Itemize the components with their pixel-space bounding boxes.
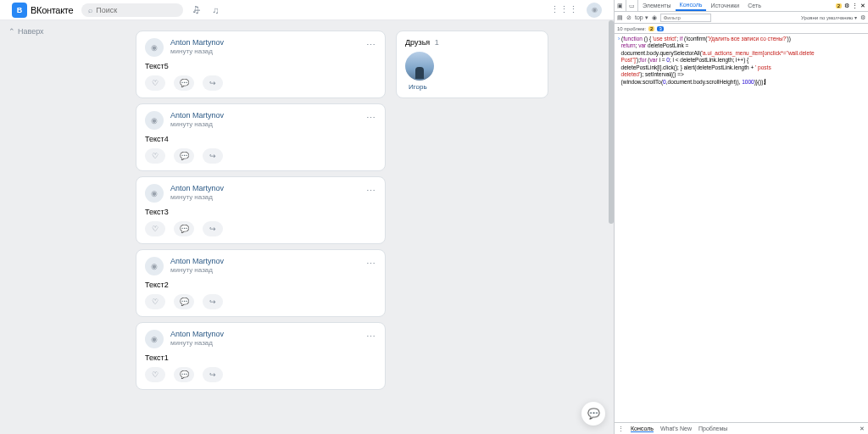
- friends-count: 1: [435, 38, 439, 47]
- post-avatar[interactable]: ◉: [145, 330, 164, 348]
- vk-header: В ВКонтакте ⌕ ♫̶ ♫ ⋮⋮⋮ ◉: [0, 0, 614, 20]
- services-grid-icon[interactable]: ⋮⋮⋮: [550, 4, 578, 15]
- drawer-close-icon[interactable]: ✕: [860, 426, 865, 432]
- post-author[interactable]: Anton Martynov: [170, 111, 224, 120]
- comment-button[interactable]: 💬: [174, 75, 194, 91]
- devtools-panel: ▣ ▭ Элементы Консоль Источники Сеть 2 ⚙ …: [614, 0, 868, 434]
- share-button[interactable]: ↪: [203, 294, 223, 309]
- user-avatar[interactable]: ◉: [587, 3, 602, 18]
- context-select[interactable]: top ▾: [635, 14, 648, 21]
- tab-network[interactable]: Сеть: [743, 0, 765, 11]
- post-more-icon[interactable]: ⋯: [366, 40, 376, 51]
- comment-button[interactable]: 💬: [174, 367, 194, 382]
- friend-avatar: [405, 52, 434, 81]
- music-icon[interactable]: ♫: [212, 5, 219, 15]
- like-button[interactable]: ♡: [145, 221, 165, 236]
- wall-feed: ◉ Anton Martynov минуту назад ⋯ Текст5 ♡…: [136, 31, 386, 390]
- share-button[interactable]: ↪: [203, 221, 223, 236]
- settings-icon[interactable]: ⚙: [844, 3, 849, 9]
- wall-post: ◉ Anton Martynov минуту назад ⋯ Текст5 ♡…: [136, 31, 386, 98]
- search-icon: ⌕: [88, 6, 92, 14]
- post-text: Текст2: [145, 281, 376, 289]
- friends-block: Друзья 1 Игорь: [396, 31, 548, 98]
- more-icon[interactable]: ⋮: [852, 3, 858, 9]
- post-avatar[interactable]: ◉: [145, 111, 164, 130]
- search-box[interactable]: ⌕: [81, 3, 183, 17]
- drawer-more-icon[interactable]: ⋮: [618, 426, 624, 432]
- friend-name: Игорь: [409, 83, 427, 91]
- clear-icon[interactable]: ⊘: [626, 14, 632, 21]
- post-author[interactable]: Anton Martynov: [170, 38, 224, 47]
- post-author[interactable]: Anton Martynov: [170, 184, 224, 192]
- vk-logo[interactable]: В ВКонтакте: [12, 3, 73, 18]
- share-button[interactable]: ↪: [203, 367, 223, 382]
- post-avatar[interactable]: ◉: [145, 257, 164, 275]
- post-text: Текст1: [145, 353, 376, 362]
- post-text: Текст4: [145, 135, 376, 143]
- tab-console[interactable]: Консоль: [676, 0, 707, 11]
- filter-input[interactable]: [660, 14, 711, 22]
- post-more-icon[interactable]: ⋯: [366, 113, 376, 124]
- drawer-tab-issues[interactable]: Проблемы: [698, 426, 727, 431]
- sidebar-toggle-icon[interactable]: ▤: [617, 14, 623, 21]
- device-icon[interactable]: ▭: [626, 0, 638, 11]
- tab-elements[interactable]: Элементы: [638, 0, 676, 11]
- devtools-drawer: ⋮ Консоль What's New Проблемы ✕: [615, 422, 868, 434]
- close-icon[interactable]: ✕: [860, 3, 865, 9]
- scrollbar[interactable]: [609, 20, 614, 224]
- comment-button[interactable]: 💬: [174, 148, 194, 164]
- notifications-icon[interactable]: ♫̶: [192, 4, 200, 15]
- chat-button[interactable]: 💬: [581, 402, 605, 426]
- post-time: минуту назад: [170, 120, 224, 128]
- post-author[interactable]: Anton Martynov: [170, 330, 224, 338]
- settings-icon[interactable]: ⚙: [860, 14, 865, 21]
- tab-sources[interactable]: Источники: [706, 0, 743, 11]
- friend-item[interactable]: Игорь: [405, 52, 539, 91]
- warning-badge[interactable]: 2: [836, 3, 842, 8]
- wall-post: ◉ Anton Martynov минуту назад ⋯ Текст3 ♡…: [136, 176, 386, 244]
- console-toolbar: ▤ ⊘ top ▾ ◉ Уровни по умолчанию ▾ ⚙: [615, 12, 868, 24]
- post-text: Текст3: [145, 208, 376, 216]
- comment-button[interactable]: 💬: [174, 294, 194, 309]
- like-button[interactable]: ♡: [145, 294, 165, 309]
- post-more-icon[interactable]: ⋯: [366, 186, 376, 197]
- post-time: минуту назад: [170, 339, 224, 347]
- post-time: минуту назад: [170, 266, 224, 274]
- back-to-top[interactable]: ⌃ Наверх: [8, 27, 44, 36]
- wall-post: ◉ Anton Martynov минуту назад ⋯ Текст2 ♡…: [136, 249, 386, 317]
- wall-post: ◉ Anton Martynov минуту назад ⋯ Текст1 ♡…: [136, 322, 386, 390]
- drawer-tab-whatsnew[interactable]: What's New: [660, 426, 692, 431]
- search-input[interactable]: [96, 6, 164, 14]
- issues-bar[interactable]: 10 проблем: 2 3: [615, 24, 868, 34]
- post-time: минуту назад: [170, 47, 224, 55]
- post-text: Текст5: [145, 62, 376, 70]
- vk-logo-icon: В: [12, 3, 27, 18]
- share-button[interactable]: ↪: [203, 75, 223, 91]
- like-button[interactable]: ♡: [145, 367, 165, 382]
- post-time: минуту назад: [170, 193, 224, 201]
- devtools-tabs: ▣ ▭ Элементы Консоль Источники Сеть 2 ⚙ …: [615, 0, 868, 12]
- post-author[interactable]: Anton Martynov: [170, 257, 224, 265]
- vk-page: В ВКонтакте ⌕ ♫̶ ♫ ⋮⋮⋮ ◉ ⌃ Наверх: [0, 0, 614, 434]
- console-body[interactable]: › (function () { 'use strict'; if (!conf…: [615, 34, 868, 422]
- issues-label: 10 проблем:: [617, 26, 646, 31]
- post-avatar[interactable]: ◉: [145, 38, 164, 57]
- post-avatar[interactable]: ◉: [145, 184, 164, 203]
- drawer-tab-console[interactable]: Консоль: [631, 426, 654, 432]
- post-more-icon[interactable]: ⋯: [366, 331, 376, 342]
- issues-yellow: 2: [648, 26, 654, 31]
- share-button[interactable]: ↪: [203, 148, 223, 164]
- like-button[interactable]: ♡: [145, 75, 165, 91]
- wall-post: ◉ Anton Martynov минуту назад ⋯ Текст4 ♡…: [136, 103, 386, 171]
- friends-title: Друзья 1: [405, 38, 539, 47]
- post-more-icon[interactable]: ⋯: [366, 259, 376, 270]
- back-label: Наверх: [18, 27, 44, 36]
- log-levels[interactable]: Уровни по умолчанию ▾: [801, 14, 857, 20]
- issues-blue: 3: [657, 26, 663, 31]
- comment-button[interactable]: 💬: [174, 221, 194, 236]
- live-icon[interactable]: ◉: [652, 14, 657, 21]
- inspect-icon[interactable]: ▣: [615, 0, 626, 11]
- like-button[interactable]: ♡: [145, 148, 165, 164]
- chevron-up-icon: ⌃: [8, 27, 15, 36]
- vk-logo-text: ВКонтакте: [31, 5, 73, 15]
